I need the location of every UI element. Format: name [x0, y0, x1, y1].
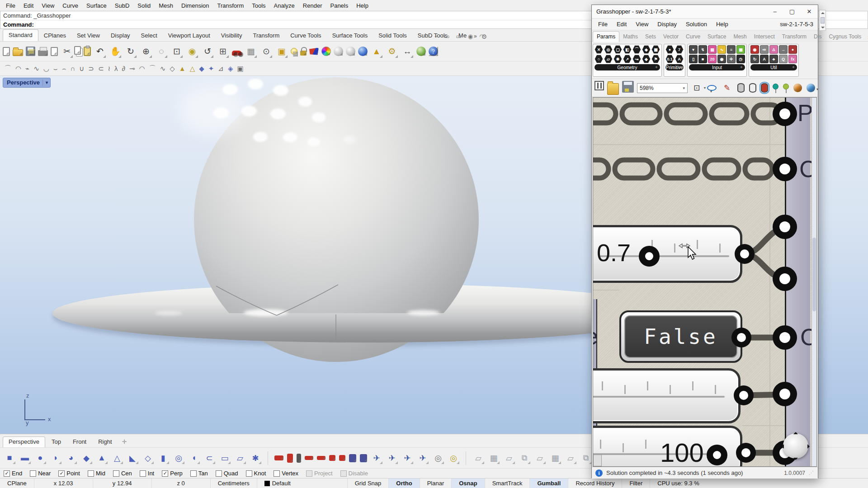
jump-icon[interactable]: → — [779, 45, 788, 54]
plane-icon[interactable]: ✈ — [371, 451, 382, 465]
cplane-tool-icon[interactable]: ⧉ — [580, 451, 592, 465]
status-toggle[interactable]: Filter — [622, 479, 650, 488]
export-icon[interactable] — [51, 47, 58, 56]
param-field-icon[interactable]: ◈ — [642, 55, 651, 63]
osnap-checkbox[interactable]: Tan — [190, 470, 208, 477]
expression-icon[interactable]: fx — [788, 55, 797, 63]
layer-cell[interactable]: Default — [257, 479, 348, 488]
circle-center-icon[interactable]: ⊙ — [260, 45, 273, 58]
menu-item[interactable]: Analyze — [270, 1, 299, 10]
menu-item[interactable]: Edit — [19, 1, 38, 10]
status-toggle[interactable]: SmartTrack — [485, 479, 530, 488]
patch-icon[interactable]: ▲ — [370, 45, 383, 58]
zoom-defaults-icon[interactable]: ⊡ — [691, 82, 703, 94]
viewport-title-tab[interactable]: Perspective ▾ — [3, 78, 51, 88]
param-point-icon[interactable]: ✕ — [594, 45, 603, 54]
galapagos-icon[interactable]: ♣ — [769, 55, 778, 63]
solid-boolean-icon[interactable]: ✱ — [250, 451, 261, 465]
param-number-icon[interactable]: 0.1 — [665, 55, 674, 63]
solid-diamond-icon[interactable]: ◆ — [80, 451, 92, 465]
resize-grip-icon[interactable]: ⋰ — [809, 470, 814, 476]
component-tab[interactable]: Sets — [642, 32, 660, 42]
curve-tool-icon[interactable]: ⊃ — [88, 65, 94, 73]
layer-icon[interactable]: ▣ — [275, 45, 288, 58]
units-cell[interactable]: Centimeters — [211, 479, 257, 488]
canvas-navigation-ball[interactable] — [783, 433, 808, 459]
canvas-vertical-scrollbar[interactable] — [811, 98, 816, 466]
solid-tube-icon[interactable]: ▮ — [157, 451, 169, 465]
grasshopper-canvas[interactable]: P C C e 0.7 False — [593, 97, 817, 467]
menu-item[interactable]: Tools — [248, 1, 269, 10]
component-tab[interactable]: Cygnus Tools — [825, 32, 865, 42]
cherry-picker-icon[interactable]: ◉ — [750, 45, 759, 54]
toolbar-tab[interactable]: Curve Tools — [285, 30, 326, 41]
param-mesh-icon[interactable]: ❋ — [613, 55, 622, 63]
cplane-tool-icon[interactable]: ▱ — [503, 451, 515, 465]
toolbar-tab[interactable]: Display — [105, 30, 136, 41]
solid-cone-icon[interactable]: ▲ — [96, 451, 108, 465]
sphere-orange-icon[interactable] — [793, 84, 802, 92]
panel-icon[interactable]: ▯ — [689, 55, 698, 63]
checkbox[interactable] — [190, 470, 197, 477]
target2-icon[interactable]: ◎ — [448, 451, 459, 465]
curve-tool-icon[interactable]: λ — [114, 65, 118, 72]
curve-tool-icon[interactable]: ⌢ — [62, 65, 66, 73]
curve-tool-icon[interactable]: ⌒ — [5, 64, 11, 73]
checkbox[interactable] — [340, 470, 347, 477]
undo-icon[interactable]: ↶ — [94, 45, 106, 58]
checkbox[interactable] — [274, 470, 280, 477]
curve-tool-icon[interactable]: ⌣ — [53, 65, 58, 73]
save-document-icon[interactable] — [622, 81, 634, 93]
osnap-checkbox[interactable]: Disable — [340, 470, 368, 477]
toolbar-tab[interactable]: Surface Tools — [327, 30, 373, 41]
solid-cone2-icon[interactable]: △ — [111, 451, 123, 465]
target-icon[interactable]: ◎ — [432, 451, 444, 465]
render-blue-sphere-icon[interactable] — [358, 47, 368, 56]
param-brep-icon[interactable]: ◧ — [623, 45, 632, 54]
van-icon[interactable] — [329, 455, 335, 461]
gears-icon[interactable]: ⚙ — [386, 45, 398, 58]
param-plane-icon[interactable]: ▱ — [604, 55, 613, 63]
param-twisted-box-icon[interactable]: ▦ — [651, 45, 660, 54]
component-tab[interactable]: Mesh — [730, 32, 750, 42]
graph-mapper-icon[interactable]: ↯ — [698, 45, 707, 54]
component-body-partial[interactable] — [785, 98, 810, 466]
osnap-checkbox[interactable]: End — [4, 470, 22, 477]
zoom-window-icon[interactable]: ◌ — [155, 45, 168, 58]
viewport-tab[interactable]: Perspective — [3, 436, 45, 447]
menu-item[interactable]: Edit — [612, 19, 631, 29]
osnap-checkbox[interactable]: Near — [30, 470, 51, 477]
help-icon[interactable] — [429, 47, 438, 56]
checkbox[interactable] — [246, 470, 252, 477]
undo-view-icon[interactable]: ↺ — [201, 45, 214, 58]
status-toggle[interactable]: Ortho — [389, 479, 420, 488]
calendar-icon[interactable]: 20 — [708, 55, 717, 63]
viewport-tab[interactable]: Front — [67, 437, 92, 447]
helicopter2-icon[interactable]: ✈ — [417, 451, 429, 465]
toolbar-tab[interactable]: Transform — [247, 30, 285, 41]
paste-icon[interactable] — [84, 47, 91, 56]
solid-curvepipe-icon[interactable]: ⊂ — [203, 451, 215, 465]
checkbox[interactable] — [140, 470, 146, 477]
toolbar-tab[interactable]: Set View — [71, 30, 105, 41]
osnap-checkbox[interactable]: Point — [58, 470, 80, 477]
curve-tool-icon[interactable]: ◈ — [228, 65, 233, 73]
component-tab[interactable]: Intersect — [750, 32, 778, 42]
preview-eye-icon[interactable] — [707, 85, 717, 91]
menu-item[interactable]: Curve — [58, 1, 82, 10]
component-tab[interactable]: Dis — [810, 32, 825, 42]
plane2-icon[interactable]: ✈ — [386, 451, 398, 465]
number-slider-component[interactable] — [593, 368, 741, 423]
cut-icon[interactable]: ✂ — [61, 45, 73, 58]
preview-shaded-icon[interactable] — [761, 83, 768, 93]
osnap-checkbox[interactable]: Perp — [162, 470, 182, 477]
menu-item[interactable]: Help — [352, 1, 373, 10]
zoom-extents-icon[interactable]: ⊡ — [170, 45, 183, 58]
curve-tool-icon[interactable]: ◡ — [43, 65, 49, 73]
orbit-icon[interactable]: ↻ — [124, 45, 137, 58]
menu-item[interactable]: Solution — [681, 19, 712, 29]
param-box-icon[interactable]: ▢ — [613, 45, 622, 54]
canvas-horizontal-scrollbar[interactable] — [593, 455, 602, 466]
zoom-level-field[interactable]: 598% ▾ — [637, 83, 688, 93]
point-osnap-icon[interactable]: ∘ — [434, 33, 438, 40]
